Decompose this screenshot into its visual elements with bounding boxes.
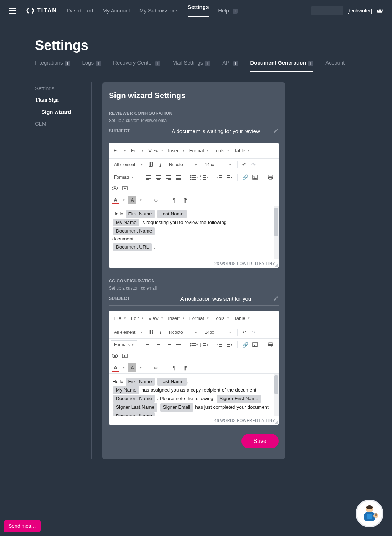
chip-document-url[interactable]: Document URL: [113, 243, 152, 251]
chat-widget[interactable]: Send mes…: [4, 520, 41, 532]
formats-select[interactable]: Formats▾: [111, 340, 137, 349]
numbered-list-icon[interactable]: 123▾: [200, 341, 208, 349]
menu-table[interactable]: Table▾: [233, 145, 251, 156]
link-icon[interactable]: 🔗: [241, 173, 249, 182]
sidebar-item-sign-wizard[interactable]: Sign wizard: [35, 106, 81, 118]
italic-button[interactable]: I: [157, 160, 164, 169]
resize-handle-icon[interactable]: [274, 420, 278, 424]
media-icon[interactable]: [121, 184, 129, 193]
redo-button[interactable]: ↷: [250, 160, 258, 169]
align-right-icon[interactable]: [164, 341, 172, 349]
bold-button[interactable]: B: [147, 160, 155, 169]
align-justify-icon[interactable]: [174, 173, 182, 182]
chip-my-name[interactable]: My Name: [113, 386, 139, 394]
text-color-icon[interactable]: A: [112, 363, 119, 372]
image-icon[interactable]: [251, 341, 259, 349]
redo-button[interactable]: ↷: [250, 328, 258, 337]
menu-insert[interactable]: Insert▾: [167, 313, 186, 324]
resize-handle-icon[interactable]: [274, 264, 278, 267]
bg-color-icon[interactable]: A: [128, 196, 136, 204]
menu-view[interactable]: View▾: [147, 145, 164, 156]
hamburger-icon[interactable]: [9, 8, 16, 14]
bg-color-icon[interactable]: A: [128, 363, 136, 372]
font-select[interactable]: Roboto▾: [166, 328, 200, 337]
pilcrow-ltr-icon[interactable]: ¶: [170, 196, 178, 204]
bold-button[interactable]: B: [147, 328, 155, 337]
menu-format[interactable]: Format▾: [188, 313, 210, 324]
emoji-icon[interactable]: ☺: [152, 363, 160, 372]
fontsize-select[interactable]: 14px▾: [202, 160, 234, 169]
tab-recovery-center[interactable]: Recovery Centeri: [113, 60, 161, 72]
chip-first-name[interactable]: First Name: [126, 210, 155, 218]
align-left-icon[interactable]: [144, 341, 152, 349]
chip-my-name[interactable]: My Name: [113, 219, 139, 226]
chip-signer-first-name[interactable]: Signer First Name: [217, 395, 261, 403]
text-color-icon[interactable]: A: [112, 196, 119, 204]
fontsize-select[interactable]: 14px▾: [202, 328, 234, 337]
align-center-icon[interactable]: [154, 173, 162, 182]
save-button[interactable]: Save: [241, 434, 279, 448]
indent-icon[interactable]: [226, 173, 234, 182]
media-icon[interactable]: [121, 352, 129, 360]
scrollbar[interactable]: [274, 206, 279, 259]
element-select[interactable]: All element▾: [111, 328, 146, 337]
menu-edit[interactable]: Edit▾: [129, 145, 145, 156]
nav-my-account[interactable]: My Account: [102, 7, 130, 14]
chip-first-name[interactable]: First Name: [126, 378, 155, 386]
preview-icon[interactable]: [111, 352, 119, 360]
menu-table[interactable]: Table▾: [233, 313, 251, 324]
bullet-list-icon[interactable]: ▾: [190, 341, 198, 349]
chip-signer-email[interactable]: Signer Email: [160, 403, 193, 411]
emoji-icon[interactable]: ☺: [152, 196, 160, 204]
numbered-list-icon[interactable]: 123▾: [200, 173, 208, 182]
undo-button[interactable]: ↶: [240, 328, 248, 337]
align-center-icon[interactable]: [154, 341, 162, 349]
link-icon[interactable]: 🔗: [241, 341, 249, 349]
align-justify-icon[interactable]: [174, 341, 182, 349]
bullet-list-icon[interactable]: ▾: [190, 173, 198, 182]
menu-tools[interactable]: Tools▾: [212, 313, 230, 324]
menu-format[interactable]: Format▾: [188, 145, 210, 156]
indent-icon[interactable]: [226, 341, 234, 349]
print-icon[interactable]: [266, 173, 274, 182]
nav-settings[interactable]: Settings: [188, 4, 209, 17]
preview-icon[interactable]: [111, 184, 119, 193]
chip-last-name[interactable]: Last Name: [157, 378, 186, 386]
reviewer-editor-content[interactable]: Hello First Name Last Name, My Name is r…: [109, 206, 274, 259]
nav-help[interactable]: Help i: [218, 7, 238, 14]
chip-last-name[interactable]: Last Name: [157, 210, 186, 218]
chip-signer-last-name[interactable]: Signer Last Name: [113, 403, 157, 411]
tab-mail-settings[interactable]: Mail Settingsi: [172, 60, 210, 72]
element-select[interactable]: All element▾: [111, 160, 146, 169]
tab-logs[interactable]: Logsi: [82, 60, 101, 72]
support-avatar[interactable]: [356, 500, 383, 527]
cc-editor-content[interactable]: Hello First Name Last Name, My Name has …: [109, 374, 274, 416]
sidebar-item-titan-sign[interactable]: Titan Sign: [35, 94, 81, 106]
tab-account[interactable]: Account: [325, 60, 345, 72]
edit-icon[interactable]: [273, 296, 279, 301]
italic-button[interactable]: I: [157, 328, 164, 337]
menu-tools[interactable]: Tools▾: [212, 145, 230, 156]
brand-logo[interactable]: TITAN: [26, 7, 57, 15]
nav-dashboard[interactable]: Dashboard: [67, 7, 93, 14]
menu-edit[interactable]: Edit▾: [129, 313, 145, 324]
undo-button[interactable]: ↶: [240, 160, 248, 169]
formats-select[interactable]: Formats▾: [111, 173, 137, 182]
sidebar-item-settings[interactable]: Settings: [35, 82, 81, 94]
pilcrow-ltr-icon[interactable]: ¶: [170, 363, 178, 372]
menu-file[interactable]: File▾: [112, 145, 127, 156]
chip-document-name[interactable]: Document Name: [113, 395, 155, 403]
pilcrow-rtl-icon[interactable]: ¶: [182, 363, 189, 372]
menu-file[interactable]: File▾: [112, 313, 127, 324]
menu-insert[interactable]: Insert▾: [167, 145, 186, 156]
menu-view[interactable]: View▾: [147, 313, 164, 324]
tab-document-generation[interactable]: Document Generationi: [250, 60, 314, 72]
font-select[interactable]: Roboto▾: [166, 160, 200, 169]
outdent-icon[interactable]: [216, 341, 224, 349]
chip-document-name-2[interactable]: Document Name: [113, 412, 155, 416]
tab-integrations[interactable]: Integrationsi: [35, 60, 70, 72]
nav-my-submissions[interactable]: My Submissions: [139, 7, 178, 14]
print-icon[interactable]: [266, 341, 274, 349]
align-right-icon[interactable]: [164, 173, 172, 182]
sidebar-item-clm[interactable]: CLM: [35, 118, 81, 129]
